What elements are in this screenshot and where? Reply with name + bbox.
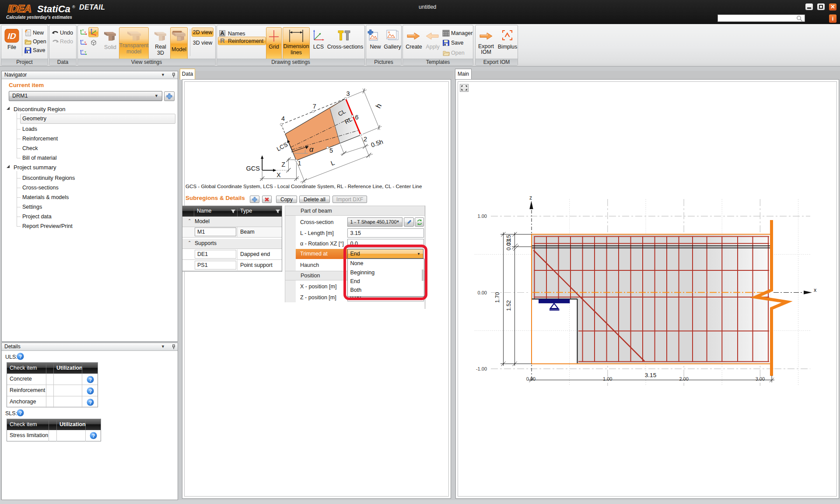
svg-text:GCS: GCS — [246, 165, 260, 172]
svg-text:0.00: 0.00 — [478, 290, 487, 295]
svg-text:X: X — [276, 172, 281, 178]
svg-text:LCS: LCS — [276, 141, 289, 153]
svg-text:3.00: 3.00 — [756, 376, 765, 382]
svg-text:h: h — [374, 102, 383, 110]
svg-text:?: ? — [89, 388, 92, 394]
svg-text:IDEA: IDEA — [7, 3, 32, 14]
svg-text:2.00: 2.00 — [679, 376, 688, 382]
svg-text:0.5h: 0.5h — [370, 138, 384, 149]
svg-text:0.03: 0.03 — [506, 240, 512, 250]
svg-text:z: z — [529, 195, 532, 201]
svg-text:?: ? — [89, 377, 92, 382]
svg-text:?: ? — [89, 400, 92, 405]
svg-text:?: ? — [19, 410, 22, 416]
svg-text:StatiCa: StatiCa — [37, 4, 70, 14]
svg-text:5: 5 — [329, 147, 333, 154]
svg-text:2: 2 — [364, 136, 367, 143]
svg-text:Z: Z — [281, 161, 285, 168]
svg-text:Y: Y — [82, 29, 84, 32]
svg-text:1: 1 — [298, 160, 301, 167]
svg-text:3.15: 3.15 — [645, 372, 656, 378]
svg-text:x: x — [84, 41, 86, 43]
svg-text:®: ® — [72, 5, 75, 9]
svg-text:?: ? — [19, 354, 22, 359]
svg-text:1.00: 1.00 — [478, 214, 487, 219]
svg-text:z: z — [82, 49, 84, 52]
svg-text:α: α — [309, 145, 314, 153]
svg-text:-1.00: -1.00 — [476, 366, 487, 371]
svg-text:1.52: 1.52 — [506, 300, 512, 311]
svg-text:x: x — [84, 31, 86, 33]
svg-text:x: x — [814, 287, 817, 293]
svg-text:6: 6 — [355, 114, 358, 121]
svg-text:7: 7 — [313, 103, 316, 110]
svg-text:3: 3 — [346, 90, 350, 97]
svg-text:z: z — [82, 39, 84, 42]
svg-text:1.00: 1.00 — [603, 376, 612, 382]
svg-text:L: L — [330, 159, 336, 167]
svg-text:4: 4 — [281, 115, 285, 122]
svg-text:?: ? — [92, 433, 95, 438]
svg-text:1.70: 1.70 — [494, 292, 500, 303]
svg-text:Y: Y — [84, 51, 86, 53]
